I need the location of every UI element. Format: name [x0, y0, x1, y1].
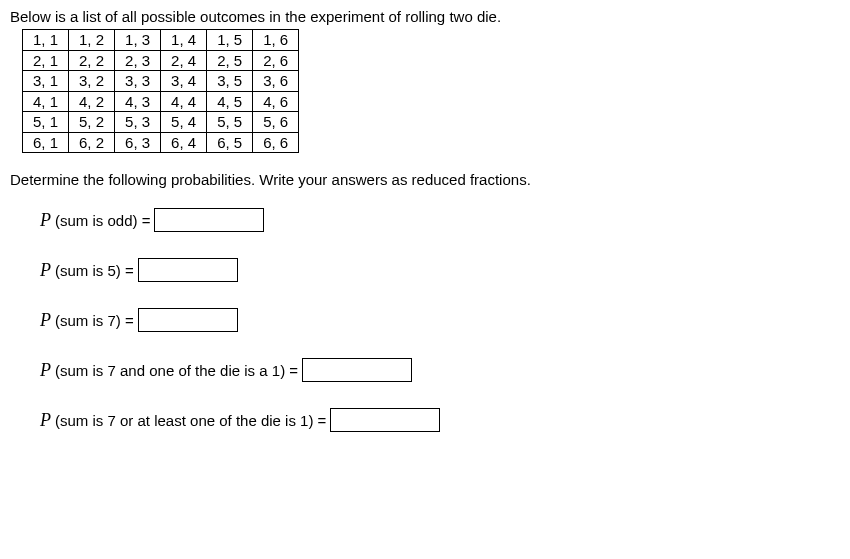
table-row: 1, 1 1, 2 1, 3 1, 4 1, 5 1, 6 [23, 30, 299, 51]
p-variable: P [40, 410, 51, 431]
outcome-cell: 1, 2 [69, 30, 115, 51]
outcome-cell: 5, 4 [161, 112, 207, 133]
answer-input-sum-7-and-die-1[interactable] [302, 358, 412, 382]
outcome-cell: 5, 3 [115, 112, 161, 133]
outcome-cell: 2, 2 [69, 50, 115, 71]
outcome-cell: 5, 1 [23, 112, 69, 133]
p-variable: P [40, 210, 51, 231]
outcome-cell: 6, 1 [23, 132, 69, 153]
table-row: 6, 1 6, 2 6, 3 6, 4 6, 5 6, 6 [23, 132, 299, 153]
p-variable: P [40, 310, 51, 331]
outcome-cell: 1, 1 [23, 30, 69, 51]
outcome-cell: 3, 1 [23, 71, 69, 92]
table-row: 4, 1 4, 2 4, 3 4, 4 4, 5 4, 6 [23, 91, 299, 112]
instruction-text: Determine the following probabilities. W… [10, 171, 840, 188]
question-text: (sum is 7) = [55, 312, 134, 329]
outcome-cell: 6, 2 [69, 132, 115, 153]
outcome-cell: 1, 5 [207, 30, 253, 51]
outcome-cell: 4, 2 [69, 91, 115, 112]
table-row: 3, 1 3, 2 3, 3 3, 4 3, 5 3, 6 [23, 71, 299, 92]
outcome-cell: 4, 6 [253, 91, 299, 112]
table-row: 2, 1 2, 2 2, 3 2, 4 2, 5 2, 6 [23, 50, 299, 71]
answer-input-sum-7[interactable] [138, 308, 238, 332]
outcome-cell: 4, 1 [23, 91, 69, 112]
outcome-cell: 1, 4 [161, 30, 207, 51]
outcome-cell: 6, 3 [115, 132, 161, 153]
outcome-cell: 5, 5 [207, 112, 253, 133]
answer-input-sum-5[interactable] [138, 258, 238, 282]
outcome-cell: 4, 3 [115, 91, 161, 112]
outcome-cell: 6, 5 [207, 132, 253, 153]
question-sum-7: P(sum is 7) = [40, 308, 840, 332]
outcomes-table: 1, 1 1, 2 1, 3 1, 4 1, 5 1, 6 2, 1 2, 2 … [22, 29, 299, 153]
outcome-cell: 6, 4 [161, 132, 207, 153]
outcome-cell: 3, 5 [207, 71, 253, 92]
outcome-cell: 6, 6 [253, 132, 299, 153]
table-row: 5, 1 5, 2 5, 3 5, 4 5, 5 5, 6 [23, 112, 299, 133]
outcome-cell: 1, 6 [253, 30, 299, 51]
question-sum-7-or-die-1: P(sum is 7 or at least one of the die is… [40, 408, 840, 432]
outcome-cell: 3, 6 [253, 71, 299, 92]
p-variable: P [40, 360, 51, 381]
outcome-cell: 2, 3 [115, 50, 161, 71]
answer-input-sum-7-or-die-1[interactable] [330, 408, 440, 432]
outcome-cell: 2, 6 [253, 50, 299, 71]
question-text: (sum is 5) = [55, 262, 134, 279]
outcome-cell: 4, 4 [161, 91, 207, 112]
intro-text: Below is a list of all possible outcomes… [10, 8, 840, 25]
answer-input-sum-odd[interactable] [154, 208, 264, 232]
outcome-cell: 3, 3 [115, 71, 161, 92]
question-sum-5: P(sum is 5) = [40, 258, 840, 282]
outcome-cell: 3, 2 [69, 71, 115, 92]
question-text: (sum is odd) = [55, 212, 150, 229]
outcome-cell: 2, 1 [23, 50, 69, 71]
outcome-cell: 3, 4 [161, 71, 207, 92]
question-sum-odd: P(sum is odd) = [40, 208, 840, 232]
outcome-cell: 2, 4 [161, 50, 207, 71]
outcome-cell: 4, 5 [207, 91, 253, 112]
question-text: (sum is 7 or at least one of the die is … [55, 412, 326, 429]
question-sum-7-and-die-1: P(sum is 7 and one of the die is a 1) = [40, 358, 840, 382]
outcome-cell: 2, 5 [207, 50, 253, 71]
outcome-cell: 5, 2 [69, 112, 115, 133]
outcome-cell: 1, 3 [115, 30, 161, 51]
outcome-cell: 5, 6 [253, 112, 299, 133]
p-variable: P [40, 260, 51, 281]
question-text: (sum is 7 and one of the die is a 1) = [55, 362, 298, 379]
